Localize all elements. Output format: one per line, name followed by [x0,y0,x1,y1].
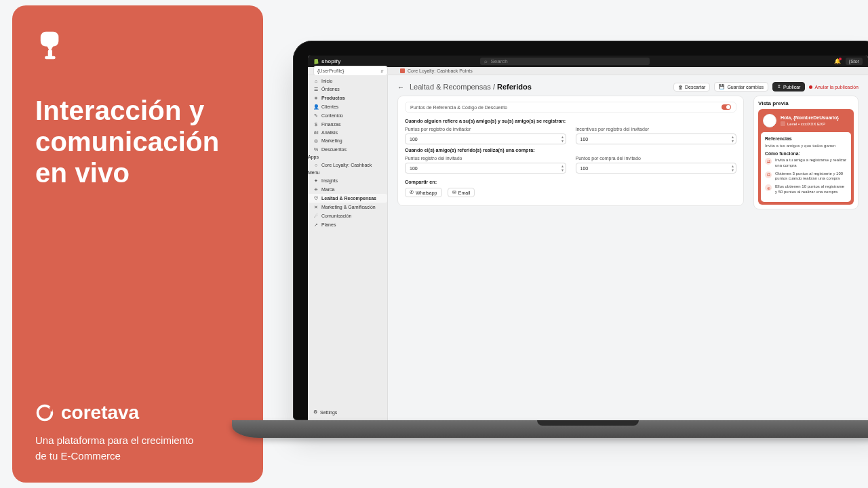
publish-button[interactable]: ↥Publicar [772,82,805,92]
bullet-icon: ⊕ [765,184,772,191]
gear-icon: ⚙ [313,409,317,415]
nav-label: Marca [321,187,334,192]
sidebar-main-item[interactable]: $Finanzas [308,120,387,128]
nav-label: Planes [321,222,336,227]
search-icon: ⌕ [484,58,488,64]
widget-greeting: Hola, {NombreDeUsuario} [781,115,839,120]
nav-label: Finanzas [321,122,340,127]
nav-label: Inicio [321,79,332,83]
nav-label: Lealtad & Recompensas [321,196,376,201]
field-1b-input[interactable]: 100▴▾ [576,134,737,144]
section2-title: Cuando el(s) amigo(s) referido(s) realiz… [405,147,736,153]
field-1a-label: Puntos por registro de invitador [405,127,566,131]
field-2a-label: Puntos registro del invitado [405,156,566,161]
main-area: ← Lealtad & Recompensas / Referidos 🗑Des… [388,75,868,420]
sidebar-main-item[interactable]: ✎Contenido [308,111,387,120]
sidebar-main-item[interactable]: ılılAnálisis [308,128,387,136]
trash-icon: 🗑 [678,85,683,89]
field-2a-input[interactable]: 100▴▾ [405,163,566,174]
shopify-logo: shopify [313,58,340,64]
sidebar-main-item[interactable]: ⌗Productos [308,94,387,102]
share-label: Compartir en: [405,179,736,185]
bullet-icon: ✪ [765,171,772,178]
sidebar-menu-item[interactable]: ♡Lealtad & Recompensas [308,194,387,203]
avatar [763,114,776,127]
menu-header: Menu [308,170,387,175]
sidebar: ⌂Inicio☰Órdenes⌗Productos👤Clientes✎Conte… [308,75,388,420]
unpublish-link[interactable]: Anular la publicación [809,85,859,89]
search-input[interactable]: ⌕ Search [480,58,650,65]
level-text: Level • xxx/XXX EXP [787,122,825,126]
sidebar-app-item[interactable]: ○Core Loyalty: Cashback [308,161,387,169]
brand-row: coretava [35,402,241,424]
field-2b-input[interactable]: 100▴▾ [576,163,737,174]
whatsapp-icon: ✆ [410,190,414,195]
svg-rect-4 [50,407,52,411]
share-whatsapp-button[interactable]: ✆Whatsapp [405,188,442,197]
sidebar-main-item[interactable]: ◎Marketing [308,136,387,145]
nav-label: Marketing [321,138,342,143]
nav-icon: ✕ [313,205,319,210]
how-title: Cómo funciona: [765,151,847,156]
back-arrow-icon[interactable]: ← [397,83,404,91]
referral-form: Puntos de Referencia & Código de Descuen… [397,96,744,206]
stepper-icon[interactable]: ▴▾ [732,164,734,172]
nav-label: Insights [321,178,338,183]
feature-toggle[interactable] [722,104,731,110]
nav-icon: $ [313,122,319,127]
svg-rect-0 [41,32,59,47]
field-1b-label: Incentivos por registro del invitador [576,127,737,131]
bullet-icon: ⇄ [765,158,772,165]
sidebar-menu-item[interactable]: ✦Insights [308,176,387,185]
notifications-icon[interactable]: 🔔 [833,58,842,66]
nav-label: Descuentos [321,147,347,152]
nav-icon: 👤 [313,104,319,110]
app-icon [400,68,405,73]
feature-toggle-row: Puntos de Referencia & Código de Descuen… [405,102,736,113]
sidebar-main-item[interactable]: %Descuentos [308,145,387,153]
nav-icon: ↗ [313,222,319,228]
email-icon: ✉ [452,190,456,195]
profile-select[interactable]: {UserProfile}⇵ [313,66,388,76]
discard-button[interactable]: 🗑Descartar [673,83,710,92]
stepper-icon[interactable]: ▴▾ [561,135,564,143]
laptop-mock: shopify ⌕ Search 🔔 {Stor {UserProfile}⇵ [293,41,868,474]
level-badge-icon [781,121,785,126]
app-name: Core Loyalty: Cashback Points [408,68,473,73]
nav-icon: ⌂ [313,79,319,83]
stepper-icon[interactable]: ▴▾ [732,135,734,143]
promo-icon [35,28,241,65]
breadcrumb: Lealtad & Recompensas / Referidos [410,83,532,91]
save-button[interactable]: 💾Guardar cambios [714,82,768,92]
bullet-text: Obtienes 5 puntos al registrarte y 100 p… [775,171,847,182]
upload-icon: ↥ [777,84,781,89]
nav-icon: ◎ [313,138,319,144]
widget-section-title: Referencias [765,136,847,141]
nav-label: Órdenes [321,87,340,92]
nav-icon: ✎ [313,113,319,119]
nav-icon: ✦ [313,178,319,184]
share-email-button[interactable]: ✉Email [448,188,475,197]
save-icon: 💾 [719,84,725,89]
svg-rect-1 [48,49,52,57]
sidebar-main-item[interactable]: ☰Órdenes [308,85,387,94]
store-switcher[interactable]: {Stor [846,58,863,65]
app-crumb: {UserProfile}⇵ Core Loyalty: Cashback Po… [308,67,868,75]
nav-label: Contenido [321,113,343,118]
nav-label: Core Loyalty: Cashback [321,163,372,167]
field-2b-label: Puntos por compra del invitado [576,156,737,161]
nav-label: Comunicación [321,214,351,218]
stepper-icon[interactable]: ▴▾ [561,164,564,172]
sidebar-menu-item[interactable]: ✳Marca [308,185,387,194]
widget-preview: Hola, {NombreDeUsuario} Level • xxx/XXX … [758,109,854,205]
sidebar-menu-item[interactable]: ☄Comunicación [308,211,387,220]
widget-section-sub: Invita a tus amigos y que todos ganen [765,143,847,148]
sidebar-main-item[interactable]: 👤Clientes [308,102,387,111]
sidebar-menu-item[interactable]: ✕Marketing & Gamificación [308,203,387,211]
settings-link[interactable]: ⚙Settings [313,409,382,415]
sidebar-main-item[interactable]: ⌂Inicio [308,77,387,85]
sidebar-menu-item[interactable]: ↗Planes [308,220,387,229]
field-1a-input[interactable]: 100▴▾ [405,134,566,144]
nav-label: Clientes [321,104,338,109]
nav-icon: ♡ [313,196,319,201]
